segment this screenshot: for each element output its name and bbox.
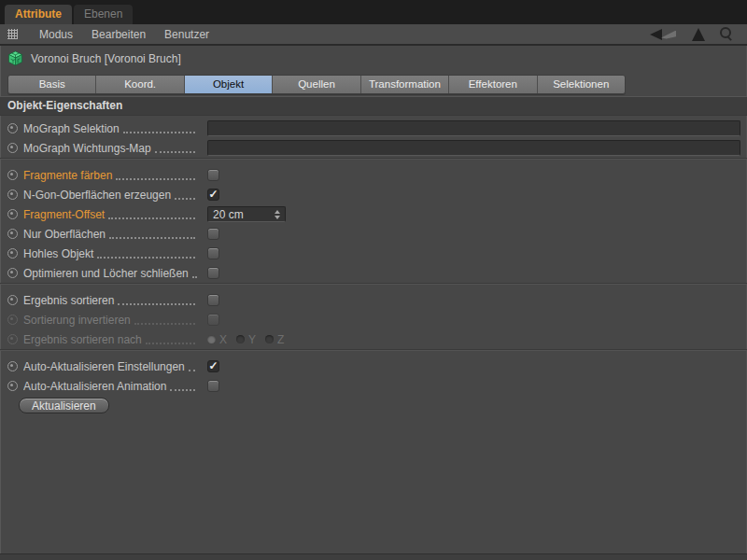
control: ✓ — [207, 310, 219, 329]
row-fragmente-faerben: Fragmente färben ✓ — [0, 165, 747, 185]
property-label: Ergebnis sortieren — [23, 294, 114, 307]
property-label: Hohles Objekt — [23, 247, 93, 260]
row-nur-oberflaechen: Nur Oberflächen ✓ — [0, 224, 747, 244]
ergebnis-sortieren-checkbox[interactable]: ✓ — [207, 294, 219, 306]
keyframe-dot[interactable] — [7, 268, 18, 278]
menu-modus[interactable]: Modus — [30, 28, 82, 41]
dotted-leader — [123, 123, 195, 133]
control: ✓ — [207, 376, 219, 396]
nur-oberflaechen-checkbox[interactable]: ✓ — [207, 228, 219, 240]
keyframe-dot[interactable] — [7, 189, 18, 200]
menu-bearbeiten[interactable]: Bearbeiten — [82, 28, 155, 41]
tab-basis[interactable]: Basis — [8, 76, 96, 93]
property-label: MoGraph Wichtungs-Map — [23, 142, 151, 155]
label-wrap: MoGraph Selektion — [23, 122, 199, 135]
fragment-offset-input[interactable]: 20 cm — [208, 208, 271, 221]
label-wrap: N-Gon-Oberflächen erzeugen — [23, 189, 199, 202]
optimieren-loecher-checkbox[interactable]: ✓ — [207, 267, 219, 279]
label-wrap: Auto-Aktualisieren Einstellungen — [23, 360, 199, 373]
tab-ebenen[interactable]: Ebenen — [74, 5, 133, 24]
drag-grid-icon[interactable] — [7, 29, 18, 39]
object-header: Voronoi Bruch [Voronoi Bruch] — [0, 46, 747, 71]
label-wrap: Ergebnis sortieren nach — [23, 333, 199, 346]
row-mograph-selektion: MoGraph Selektion — [0, 119, 747, 138]
tab-ebenen-label: Ebenen — [84, 7, 122, 21]
auto-aktualisieren-animation-checkbox[interactable]: ✓ — [207, 380, 219, 392]
section-objekt-eigenschaften[interactable]: Objekt-Eigenschaften — [0, 96, 747, 116]
label-wrap: Sortierung invertieren — [23, 314, 199, 327]
keyframe-dot[interactable] — [7, 229, 18, 239]
dotted-leader — [189, 361, 195, 371]
tab-effektoren[interactable]: Effektoren — [449, 76, 537, 93]
attribute-content: Voronoi Bruch [Voronoi Bruch] Basis Koor… — [0, 46, 747, 560]
label-wrap: Auto-Aktualisieren Animation — [23, 380, 199, 393]
row-fragment-offset: Fragment-Offset 20 cm — [0, 204, 747, 224]
control: ✓ — [207, 357, 219, 376]
sortierung-invertieren-checkbox: ✓ — [207, 314, 219, 326]
tab-attribute[interactable]: Attribute — [5, 5, 72, 24]
ngon-oberflaechen-checkbox[interactable]: ✓ — [207, 189, 219, 201]
check-icon: ✓ — [208, 360, 218, 371]
aktualisieren-button[interactable]: Aktualisieren — [19, 398, 109, 413]
label-wrap: Optimieren und Löcher schließen — [23, 267, 199, 280]
segment-row: Basis Koord. Objekt Quellen Transformati… — [0, 71, 747, 92]
property-label: Nur Oberflächen — [23, 228, 106, 241]
control — [207, 119, 740, 138]
group-separator — [0, 283, 747, 290]
property-label: Auto-Aktualisieren Einstellungen — [23, 360, 185, 373]
dotted-leader — [175, 189, 195, 200]
back-arrow-glyph — [650, 29, 662, 40]
tab-objekt[interactable]: Objekt — [185, 76, 273, 93]
property-label: Fragmente färben — [23, 169, 112, 182]
control: 20 cm — [207, 204, 286, 224]
control — [207, 138, 740, 158]
control: ✓ — [207, 290, 219, 310]
dotted-leader — [108, 209, 195, 219]
dotted-leader — [109, 229, 195, 239]
fragment-offset-field: 20 cm — [207, 206, 286, 222]
label-wrap: MoGraph Wichtungs-Map — [23, 142, 199, 155]
group-separator — [0, 349, 747, 357]
hohles-objekt-checkbox[interactable]: ✓ — [207, 247, 219, 259]
label-wrap: Ergebnis sortieren — [23, 294, 199, 307]
tab-koord[interactable]: Koord. — [96, 76, 184, 93]
property-label: N-Gon-Oberflächen erzeugen — [23, 189, 171, 202]
tab-selektionen[interactable]: Selektionen — [538, 76, 625, 93]
mograph-wichtungs-map-input[interactable] — [207, 140, 740, 156]
property-label: Sortierung invertieren — [23, 314, 131, 327]
keyframe-dot[interactable] — [7, 143, 18, 153]
keyframe-dot[interactable] — [7, 170, 18, 180]
keyframe-dot[interactable] — [7, 248, 18, 259]
mograph-selektion-input[interactable] — [207, 120, 740, 136]
keyframe-dot — [7, 315, 18, 325]
row-hohles-objekt: Hohles Objekt ✓ — [0, 244, 747, 263]
property-label: MoGraph Selektion — [23, 122, 120, 135]
forward-arrow-disabled-icon — [661, 31, 676, 39]
keyframe-dot[interactable] — [7, 295, 18, 305]
up-arrow-icon[interactable] — [692, 28, 705, 41]
tab-transformation[interactable]: Transformation — [361, 76, 449, 93]
history-back-icon[interactable] — [650, 28, 678, 41]
menubar-icons — [650, 27, 740, 41]
radio-x — [207, 335, 216, 343]
menu-benutzer[interactable]: Benutzer — [155, 28, 218, 41]
fragmente-faerben-checkbox[interactable]: ✓ — [207, 169, 219, 181]
keyframe-dot[interactable] — [7, 123, 18, 133]
row-optimieren-loecher: Optimieren und Löcher schließen ✓ — [0, 263, 747, 283]
keyframe-dot[interactable] — [7, 209, 18, 219]
row-auto-aktualisieren-einstellungen: Auto-Aktualisieren Einstellungen ✓ — [0, 357, 747, 376]
dotted-leader — [134, 315, 195, 325]
tab-quellen[interactable]: Quellen — [273, 76, 360, 93]
spinner-down-icon[interactable] — [275, 216, 280, 219]
search-icon[interactable] — [719, 27, 733, 41]
property-label: Auto-Aktualisieren Animation — [23, 380, 166, 393]
auto-aktualisieren-einstellungen-checkbox[interactable]: ✓ — [207, 360, 219, 372]
keyframe-dot[interactable] — [7, 381, 18, 391]
spinner-up-icon[interactable] — [275, 210, 280, 214]
property-label: Optimieren und Löcher schließen — [23, 267, 189, 280]
keyframe-dot[interactable] — [7, 361, 18, 371]
label-wrap: Nur Oberflächen — [23, 228, 199, 241]
dotted-leader — [97, 248, 195, 259]
dotted-leader — [116, 170, 195, 180]
control: ✓ — [207, 244, 219, 263]
